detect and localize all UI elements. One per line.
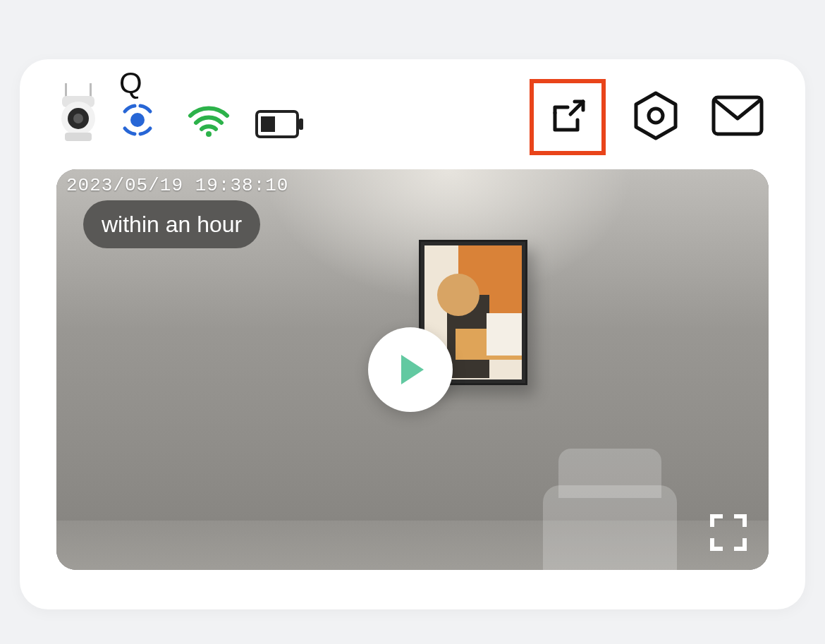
motion-detection-icon bbox=[119, 102, 156, 138]
video-timestamp: 2023/05/19 19:38:10 bbox=[66, 175, 288, 196]
svg-rect-1 bbox=[90, 83, 92, 97]
wifi-icon bbox=[188, 106, 230, 137]
svg-point-7 bbox=[130, 113, 145, 127]
messages-button[interactable] bbox=[711, 89, 764, 142]
video-chair bbox=[543, 485, 677, 570]
svg-point-8 bbox=[206, 131, 212, 137]
device-name: Q bbox=[119, 66, 142, 100]
battery-icon bbox=[255, 110, 305, 138]
last-activity-badge: within an hour bbox=[83, 200, 260, 248]
svg-marker-15 bbox=[401, 355, 424, 384]
svg-point-5 bbox=[73, 114, 83, 123]
play-button[interactable] bbox=[368, 327, 453, 412]
fullscreen-button[interactable] bbox=[709, 514, 747, 552]
device-card: Q bbox=[20, 59, 805, 609]
svg-rect-10 bbox=[299, 119, 303, 130]
svg-rect-0 bbox=[65, 83, 67, 97]
last-activity-text: within an hour bbox=[102, 212, 242, 238]
camera-thumbnail-icon bbox=[58, 83, 99, 141]
video-preview[interactable]: 2023/05/19 19:38:10 within an hour bbox=[56, 169, 769, 570]
settings-button[interactable] bbox=[629, 89, 683, 142]
svg-rect-6 bbox=[65, 133, 92, 141]
share-button[interactable] bbox=[530, 79, 606, 155]
svg-marker-12 bbox=[636, 93, 676, 138]
device-header: Q bbox=[20, 59, 805, 169]
svg-point-13 bbox=[649, 109, 663, 123]
svg-rect-11 bbox=[261, 116, 275, 132]
